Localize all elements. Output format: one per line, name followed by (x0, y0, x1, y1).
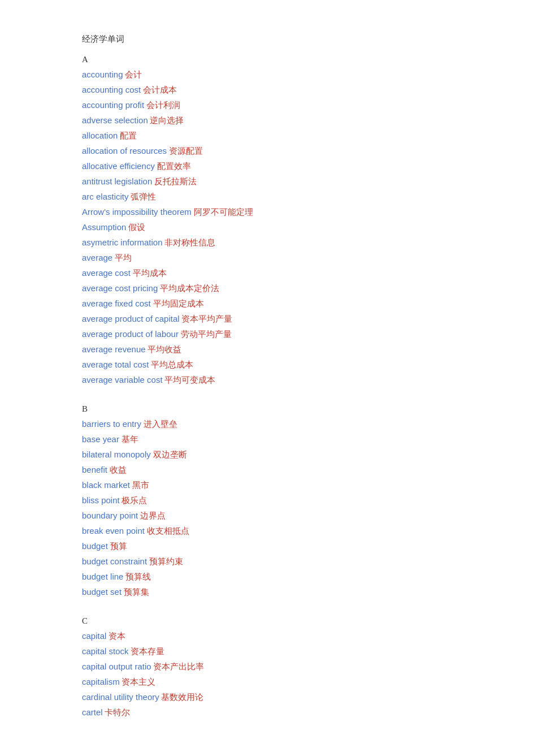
term-english: allocation of resources (82, 146, 167, 155)
term-line: average cost 平均成本 (82, 266, 452, 280)
page-title: 经济学单词 (82, 34, 452, 45)
term-english: boundary point (82, 511, 138, 520)
term-english: average variable cost (82, 375, 163, 385)
term-line: capital output ratio 资本产出比率 (82, 660, 452, 673)
term-chinese: 非对称性信息 (164, 238, 215, 247)
term-line: budget line 预算线 (82, 570, 452, 584)
term-english: bilateral monopoly (82, 450, 151, 459)
term-chinese: 平均固定成本 (153, 299, 204, 308)
term-chinese: 反托拉斯法 (154, 177, 197, 186)
term-line: barriers to entry 进入壁垒 (82, 417, 452, 431)
term-english: asymetric information (82, 237, 163, 247)
term-line: allocation of resources 资源配置 (82, 144, 452, 158)
term-chinese: 卡特尔 (105, 708, 130, 717)
term-line: boundary point 边界点 (82, 509, 452, 522)
term-chinese: 边界点 (140, 511, 166, 520)
term-english: black market (82, 480, 130, 490)
term-english: budget set (82, 587, 121, 597)
term-line: bilateral monopoly 双边垄断 (82, 448, 452, 461)
term-chinese: 弧弹性 (131, 192, 156, 201)
term-line: average total cost 平均总成本 (82, 358, 452, 371)
term-chinese: 进入壁垒 (144, 420, 177, 429)
term-line: bliss point 极乐点 (82, 494, 452, 507)
term-english: cartel (82, 707, 103, 717)
term-line: cardinal utility theory 基数效用论 (82, 690, 452, 704)
term-chinese: 平均 (115, 253, 132, 262)
term-english: average fixed cost (82, 299, 151, 308)
term-line: antitrust legislation 反托拉斯法 (82, 175, 452, 188)
term-english: Assumption (82, 222, 126, 232)
term-english: cardinal utility theory (82, 692, 159, 702)
term-english: barriers to entry (82, 419, 141, 429)
term-english: budget (82, 541, 108, 551)
term-chinese: 假设 (128, 223, 145, 232)
term-line: adverse selection 逆向选择 (82, 114, 452, 127)
term-chinese: 基数效用论 (161, 693, 203, 702)
term-line: asymetric information 非对称性信息 (82, 236, 452, 249)
term-chinese: 资本主义 (121, 677, 155, 686)
term-english: Arrow's impossibility theorem (82, 207, 192, 217)
term-chinese: 劳动平均产量 (181, 330, 232, 339)
term-chinese: 会计 (125, 70, 142, 79)
term-chinese: 平均总成本 (151, 360, 193, 369)
term-chinese: 平均成本定价法 (160, 284, 219, 293)
term-line: budget 预算 (82, 539, 452, 553)
term-line: break even point 收支相抵点 (82, 524, 452, 538)
term-chinese: 平均收益 (147, 345, 181, 354)
term-english: benefit (82, 465, 107, 474)
term-line: cartel 卡特尔 (82, 706, 452, 719)
term-line: average cost pricing 平均成本定价法 (82, 282, 452, 295)
term-line: average variable cost 平均可变成本 (82, 373, 452, 387)
term-line: capital stock 资本存量 (82, 645, 452, 658)
term-chinese: 逆向选择 (150, 116, 184, 125)
term-line: capitalism 资本主义 (82, 675, 452, 689)
section-letter-a: A (82, 55, 452, 64)
term-chinese: 双边垄断 (153, 450, 187, 459)
term-chinese: 预算集 (124, 587, 149, 597)
term-english: average cost (82, 268, 131, 278)
term-chinese: 平均成本 (133, 269, 167, 278)
term-english: budget line (82, 572, 123, 581)
term-english: average (82, 253, 112, 262)
term-line: average 平均 (82, 251, 452, 265)
term-english: average product of labour (82, 329, 179, 339)
term-line: accounting cost 会计成本 (82, 83, 452, 97)
term-line: average revenue 平均收益 (82, 343, 452, 356)
term-english: bliss point (82, 495, 120, 505)
term-chinese: 黑市 (132, 481, 149, 490)
term-chinese: 资本 (108, 632, 125, 641)
term-line: arc elasticity 弧弹性 (82, 190, 452, 204)
section-spacer (82, 721, 452, 727)
term-line: base year 基年 (82, 433, 452, 446)
term-english: budget constraint (82, 556, 147, 566)
term-chinese: 极乐点 (121, 496, 147, 505)
term-line: Arrow's impossibility theorem 阿罗不可能定理 (82, 205, 452, 219)
term-english: average cost pricing (82, 283, 158, 293)
term-english: capital output ratio (82, 662, 151, 671)
section-spacer (82, 601, 452, 606)
section-letter-c: C (82, 616, 452, 626)
term-english: arc elasticity (82, 192, 129, 201)
term-chinese: 资本存量 (131, 647, 164, 656)
term-chinese: 资本平均产量 (181, 314, 232, 323)
term-chinese: 配置 (120, 131, 137, 140)
section-letter-b: B (82, 404, 452, 414)
term-english: allocation (82, 131, 118, 140)
term-chinese: 阿罗不可能定理 (194, 208, 253, 217)
term-line: average product of capital 资本平均产量 (82, 312, 452, 326)
section-spacer (82, 388, 452, 394)
term-chinese: 配置效率 (157, 162, 191, 171)
term-chinese: 收支相抵点 (147, 526, 189, 535)
term-line: average product of labour 劳动平均产量 (82, 327, 452, 341)
term-chinese: 会计利润 (146, 101, 180, 110)
term-line: accounting 会计 (82, 68, 452, 81)
term-english: accounting profit (82, 100, 144, 110)
term-chinese: 平均可变成本 (164, 375, 215, 385)
term-english: accounting cost (82, 85, 141, 94)
term-line: black market 黑市 (82, 478, 452, 492)
term-line: allocative efficiency 配置效率 (82, 159, 452, 173)
term-english: break even point (82, 526, 145, 535)
term-chinese: 基年 (121, 435, 138, 444)
term-chinese: 预算约束 (149, 557, 183, 566)
term-english: capitalism (82, 677, 120, 686)
